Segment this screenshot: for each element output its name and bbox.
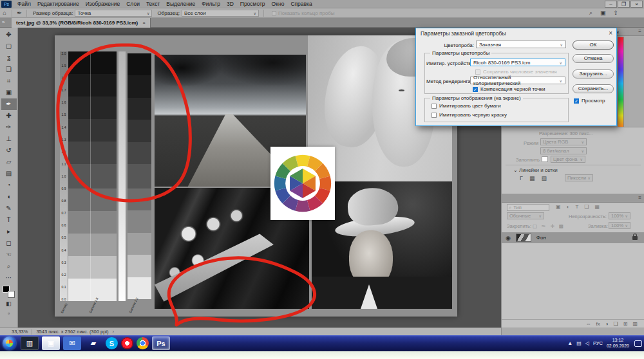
explorer-icon[interactable]: ▰ (84, 336, 102, 350)
adjustment-layer-icon[interactable]: ◑ (605, 321, 609, 327)
menu-item[interactable]: Слои (123, 1, 143, 7)
tab-close-icon[interactable]: × (142, 20, 146, 26)
clone-stamp-tool[interactable]: ⊥ (1, 133, 17, 145)
zoom-level[interactable]: 33,33% (12, 329, 28, 335)
opera-icon[interactable] (121, 337, 133, 349)
sample-size-select[interactable]: Точка∨ (75, 10, 152, 17)
lock-pixels-icon[interactable]: ✑ (542, 223, 545, 229)
share-icon[interactable]: ⇪ (613, 10, 618, 17)
menu-item[interactable]: Фильтр (198, 1, 223, 7)
layers-panel-menu-icon[interactable]: ≡ (638, 195, 641, 201)
ok-button[interactable]: ОК (573, 41, 614, 50)
menu-item[interactable]: Текст (143, 1, 163, 7)
sample-select[interactable]: Все слои∨ (182, 10, 259, 17)
background-color-swatch[interactable] (8, 291, 15, 298)
start-button[interactable] (3, 336, 16, 350)
eraser-tool[interactable]: ▱ (1, 156, 17, 168)
ruler-corner-icon[interactable]: Γ (520, 175, 523, 181)
move-tool[interactable]: ✥ (1, 29, 17, 41)
close-button[interactable]: × (630, 1, 643, 8)
menu-item[interactable]: 3D (223, 1, 237, 7)
color-spectrum-slider[interactable] (618, 37, 624, 138)
quick-mask-icon[interactable]: ◧ (1, 299, 17, 309)
lock-all-icon[interactable]: ▩ (559, 223, 564, 229)
device-select[interactable]: Ricoh 830-0169 PS3.icm∨ (470, 59, 565, 66)
cancel-button[interactable]: Отмена (573, 54, 614, 63)
photoshop-icon[interactable]: Ps (152, 336, 170, 350)
guides-icon[interactable]: ▨ (541, 175, 547, 181)
lasso-tool[interactable]: ʓ (1, 52, 17, 64)
network-icon[interactable]: ▤ (576, 340, 582, 346)
menu-item[interactable]: Изображение (82, 1, 124, 7)
filter-adjustment-icon[interactable]: ◐ (567, 204, 570, 210)
app-window-icon[interactable]: ▥ (21, 336, 39, 350)
color-swatches[interactable] (2, 285, 16, 299)
menu-item[interactable]: Справка (287, 1, 315, 7)
search-icon[interactable]: ⌕ (589, 10, 592, 17)
frame-tool[interactable]: ▣ (1, 87, 17, 98)
tab-list-icon[interactable]: » (2, 19, 5, 25)
rendering-select[interactable]: Относительный колориметрический∨ (470, 77, 565, 84)
object-selection-tool[interactable]: ❏ (1, 64, 17, 75)
type-tool[interactable]: T (1, 214, 17, 226)
save-button[interactable]: Сохранить... (573, 84, 614, 93)
layer-filter-search[interactable]: ⌕ Тип (507, 204, 549, 211)
layer-style-icon[interactable]: fx (596, 321, 600, 327)
document-image[interactable]: 2.01.91.81.71.61.51.41.31.21.11.00.90.80… (55, 35, 457, 317)
brush-tool[interactable]: ✑ (1, 122, 17, 133)
hidden-icons-arrow[interactable]: ▲ (567, 340, 573, 346)
menu-item[interactable]: Просмотр (237, 1, 269, 7)
pen-tool[interactable]: ✎ (1, 203, 17, 214)
action-center-icon[interactable] (634, 340, 642, 347)
photo-viewer-icon[interactable]: ▣ (42, 336, 60, 350)
gradient-tool[interactable]: ▤ (1, 168, 17, 180)
menu-item[interactable]: Окно (269, 1, 288, 7)
grid-icon[interactable]: ▦ (529, 175, 535, 181)
dialog-close-icon[interactable]: × (609, 30, 612, 37)
layer-thumbnail[interactable] (516, 234, 531, 242)
visibility-eye-icon[interactable]: ◉ (506, 235, 511, 241)
marquee-tool[interactable]: ▢ (1, 41, 17, 52)
hand-tool[interactable]: ☜ (1, 249, 17, 261)
lock-transparency-icon[interactable]: ▢ (533, 223, 537, 229)
spot-healing-tool[interactable]: ✚ (1, 110, 17, 122)
workspace-icon[interactable]: ▣ (600, 10, 606, 17)
volume-icon[interactable]: ◁ (585, 340, 589, 346)
restore-button[interactable]: ❐ (618, 1, 630, 8)
rulers-grids-header[interactable]: ⌄ Линейки и сетки (513, 167, 558, 173)
filter-shape-icon[interactable]: ❏ (584, 204, 589, 210)
new-layer-icon[interactable]: ⊞ (623, 321, 628, 327)
toolbar-more-icon[interactable]: ⋯ (1, 272, 17, 284)
document-tab[interactable]: test.jpg @ 33,3% (RGB/8/Ricoh 830-0169 P… (12, 18, 151, 28)
panel-menu-icon[interactable]: ≡ (638, 28, 641, 34)
minimize-button[interactable]: – (605, 1, 617, 8)
lock-position-icon[interactable]: ✛ (550, 223, 554, 229)
path-select-tool[interactable]: ▸ (1, 226, 17, 237)
skype-icon[interactable]: S (106, 337, 118, 349)
delete-layer-icon[interactable]: ▥ (632, 321, 638, 327)
home-icon[interactable]: ⌂ (0, 10, 9, 16)
status-more-icon[interactable]: › (112, 329, 114, 335)
load-button[interactable]: Загрузить... (573, 69, 614, 78)
blur-tool[interactable]: ◔ (1, 180, 17, 191)
simulate-paper-checkbox[interactable]: Имитировать цвет бумаги (431, 103, 501, 109)
crop-tool[interactable]: ⌗ (1, 75, 17, 87)
history-brush-tool[interactable]: ↺ (1, 145, 17, 156)
taskbar-clock[interactable]: 13:12 02.09.2020 (607, 338, 629, 348)
filter-type-icon[interactable]: T (575, 204, 578, 210)
screen-mode-icon[interactable]: ▫ (1, 309, 17, 318)
eyedropper-preset-icon[interactable]: ✒ (15, 10, 24, 16)
link-layers-icon[interactable]: ⇔ (585, 321, 591, 327)
shape-tool[interactable]: ◻ (1, 237, 17, 249)
menu-item[interactable]: Файл (14, 1, 34, 7)
layer-row-background[interactable]: ◉ Фон (502, 232, 644, 243)
layer-mask-icon[interactable]: ❏ (614, 321, 618, 327)
simulate-ink-checkbox[interactable]: Имитировать черную краску (431, 112, 507, 118)
browser-icon[interactable] (137, 337, 149, 349)
language-indicator[interactable]: РУС (593, 340, 603, 346)
preview-checkbox[interactable]: ✓Просмотр (574, 98, 605, 104)
eyedropper-tool[interactable]: ✒ (1, 98, 17, 110)
dodge-tool[interactable]: ◖ (1, 191, 17, 203)
zoom-tool[interactable]: ⌕ (1, 261, 17, 272)
menu-item[interactable]: Выделение (163, 1, 198, 7)
